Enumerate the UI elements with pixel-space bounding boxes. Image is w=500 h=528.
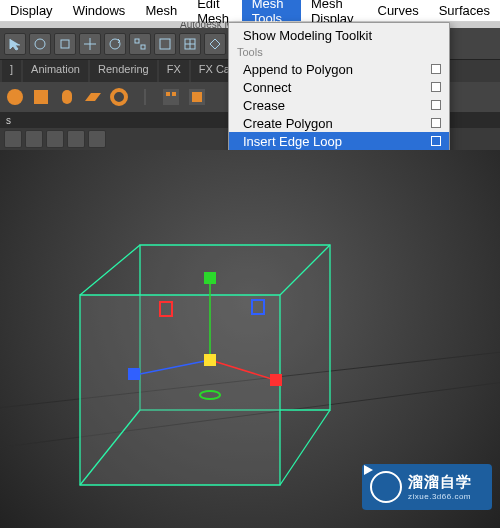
shelf-type-icon[interactable] (160, 86, 182, 108)
svg-rect-4 (141, 45, 145, 49)
svg-point-12 (112, 90, 126, 104)
svg-rect-1 (61, 40, 69, 48)
shelf-svg-icon[interactable] (186, 86, 208, 108)
svg-line-23 (80, 245, 140, 295)
panel-btn-2[interactable] (25, 130, 43, 148)
viewport[interactable]: 溜溜自学 zixue.3d66.com (0, 150, 500, 528)
menu-mesh[interactable]: Mesh (135, 0, 187, 21)
tool-move[interactable] (79, 33, 101, 55)
svg-rect-9 (34, 90, 48, 104)
menu-mesh-display[interactable]: Mesh Display (301, 0, 368, 21)
play-icon (370, 471, 402, 503)
tool-snap2[interactable] (179, 33, 201, 55)
svg-rect-18 (192, 92, 202, 102)
panel-btn-3[interactable] (46, 130, 64, 148)
dd-insert-edge-loop[interactable]: Insert Edge Loop (229, 132, 449, 150)
tool-lasso[interactable] (29, 33, 51, 55)
tool-misc[interactable] (204, 33, 226, 55)
watermark-text: 溜溜自学 (408, 473, 472, 492)
shelf-divider-icon (134, 86, 156, 108)
dd-crease[interactable]: Crease (229, 96, 449, 114)
option-box-icon[interactable] (431, 100, 441, 110)
tool-snap[interactable] (154, 33, 176, 55)
panel-btn-5[interactable] (88, 130, 106, 148)
menu-edit-mesh[interactable]: Edit Mesh (187, 0, 242, 21)
panel-toolbar (4, 130, 106, 148)
menubar: Display Windows Mesh Edit Mesh Mesh Tool… (0, 0, 500, 22)
svg-point-8 (7, 89, 23, 105)
tab-animation[interactable]: Animation (23, 60, 88, 82)
option-box-icon[interactable] (431, 82, 441, 92)
handle-center[interactable] (204, 354, 216, 366)
svg-rect-14 (163, 89, 179, 105)
dd-create-polygon[interactable]: Create Polygon (229, 114, 449, 132)
watermark: 溜溜自学 zixue.3d66.com (362, 464, 492, 510)
svg-rect-16 (172, 92, 176, 96)
tool-select[interactable] (4, 33, 26, 55)
svg-rect-3 (135, 39, 139, 43)
menu-surfaces[interactable]: Surfaces (429, 0, 500, 21)
shelf-poly-sphere-icon[interactable] (4, 86, 26, 108)
option-box-icon[interactable] (431, 64, 441, 74)
handle-z[interactable] (128, 368, 140, 380)
tab-fx[interactable]: FX (159, 60, 189, 82)
shelf-poly-plane-icon[interactable] (82, 86, 104, 108)
tool-scale[interactable] (129, 33, 151, 55)
svg-marker-30 (364, 465, 373, 475)
handle-x[interactable] (270, 374, 282, 386)
option-box-icon[interactable] (431, 136, 441, 146)
menu-windows[interactable]: Windows (63, 0, 136, 21)
svg-marker-7 (210, 39, 220, 49)
panel-btn-4[interactable] (67, 130, 85, 148)
tab-cut[interactable]: ] (2, 60, 21, 82)
menu-display[interactable]: Display (0, 0, 63, 21)
menu-mesh-tools[interactable]: Mesh Tools (242, 0, 301, 21)
tab-rendering[interactable]: Rendering (90, 60, 157, 82)
option-box-icon[interactable] (431, 118, 441, 128)
svg-rect-5 (160, 39, 170, 49)
watermark-url: zixue.3d66.com (408, 492, 472, 501)
dd-section-tools: Tools (229, 44, 449, 60)
shelf-poly-cylinder-icon[interactable] (56, 86, 78, 108)
shelf-poly-torus-icon[interactable] (108, 86, 130, 108)
dd-show-modeling-toolkit[interactable]: Show Modeling Toolkit (229, 26, 449, 44)
svg-marker-11 (85, 93, 101, 101)
svg-point-0 (35, 39, 45, 49)
svg-rect-15 (166, 92, 170, 96)
svg-point-2 (110, 39, 120, 49)
svg-marker-22 (80, 295, 280, 485)
dd-append-to-polygon[interactable]: Append to Polygon (229, 60, 449, 78)
panel-btn-1[interactable] (4, 130, 22, 148)
svg-line-25 (280, 410, 330, 485)
shelf-poly-cube-icon[interactable] (30, 86, 52, 108)
tool-rotate[interactable] (104, 33, 126, 55)
dd-connect[interactable]: Connect (229, 78, 449, 96)
handle-y[interactable] (204, 272, 216, 284)
svg-rect-10 (62, 90, 72, 104)
menu-curves[interactable]: Curves (368, 0, 429, 21)
tool-paint-select[interactable] (54, 33, 76, 55)
